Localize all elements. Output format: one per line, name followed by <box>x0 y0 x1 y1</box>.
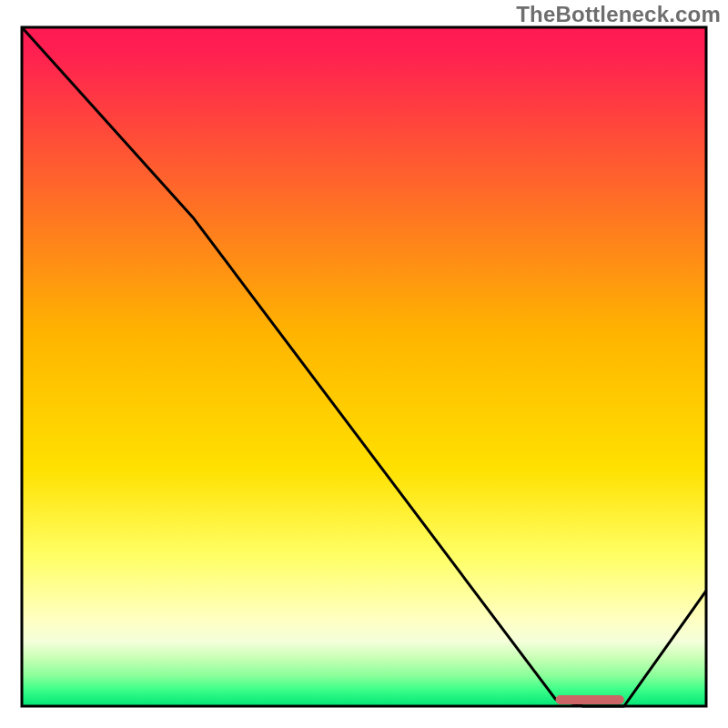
bottleneck-chart <box>0 0 728 728</box>
watermark-text: TheBottleneck.com <box>516 2 721 27</box>
chart-root: TheBottleneck.com <box>0 0 728 728</box>
optimum-marker <box>556 695 624 704</box>
plot-background <box>22 27 706 706</box>
